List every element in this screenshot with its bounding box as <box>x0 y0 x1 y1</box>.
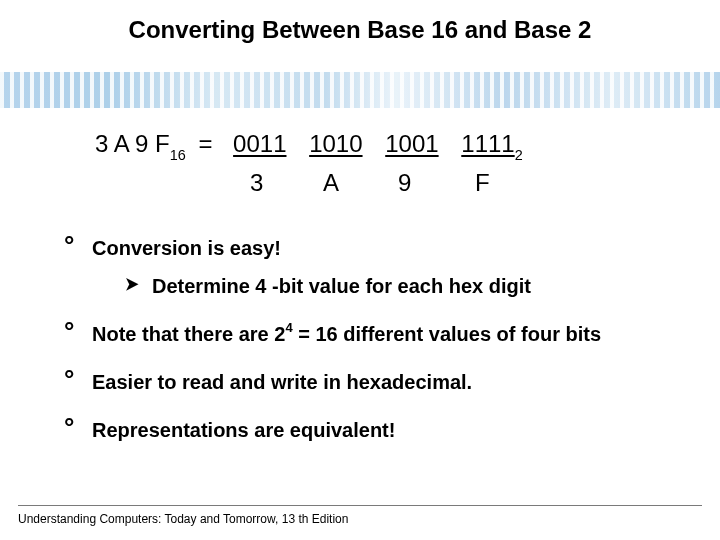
conversion-example: 3 A 9 F16 = 0011 1010 1001 11112 3 A 9 F <box>95 130 523 199</box>
bullet-2: Note that there are 24 = 16 different va… <box>60 321 680 347</box>
hex-digit-row: 3 A 9 F <box>95 169 523 199</box>
decorative-band <box>0 72 720 108</box>
binary-base-subscript: 2 <box>515 147 523 163</box>
bullet-4: Representations are equivalent! <box>60 417 680 443</box>
bullet-2-post: = 16 different values of four bits <box>293 323 601 345</box>
binary-group-1: 0011 <box>233 130 286 158</box>
hex-digit-2: A <box>323 169 339 197</box>
hex-digit-4: F <box>475 169 490 197</box>
bullet-list: Conversion is easy! Determine 4 -bit val… <box>60 235 680 465</box>
sub-bullet-1: Determine 4 -bit value for each hex digi… <box>92 273 680 299</box>
bullet-1-text: Conversion is easy! <box>92 237 281 259</box>
hex-digit-3: 9 <box>398 169 411 197</box>
conversion-equation: 3 A 9 F16 = 0011 1010 1001 11112 <box>95 130 523 161</box>
bullet-3: Easier to read and write in hexadecimal. <box>60 369 680 395</box>
hex-value: 3 A 9 F16 <box>95 130 186 161</box>
bullet-2-pre: Note that there are 2 <box>92 323 285 345</box>
bullet-2-exponent: 4 <box>285 320 292 335</box>
slide-title: Converting Between Base 16 and Base 2 <box>0 16 720 44</box>
equals-sign: = <box>198 130 212 158</box>
binary-group-3: 1001 <box>385 130 438 158</box>
binary-group-4: 1111 <box>461 130 514 158</box>
hex-digits-text: 3 A 9 F <box>95 130 170 157</box>
footer-rule <box>18 505 702 506</box>
hex-digit-1: 3 <box>250 169 263 197</box>
hex-base-subscript: 16 <box>170 147 186 163</box>
binary-group-2: 1010 <box>309 130 362 158</box>
slide: Converting Between Base 16 and Base 2 3 … <box>0 0 720 540</box>
footer-text: Understanding Computers: Today and Tomor… <box>18 512 348 526</box>
bullet-1: Conversion is easy! Determine 4 -bit val… <box>60 235 680 299</box>
